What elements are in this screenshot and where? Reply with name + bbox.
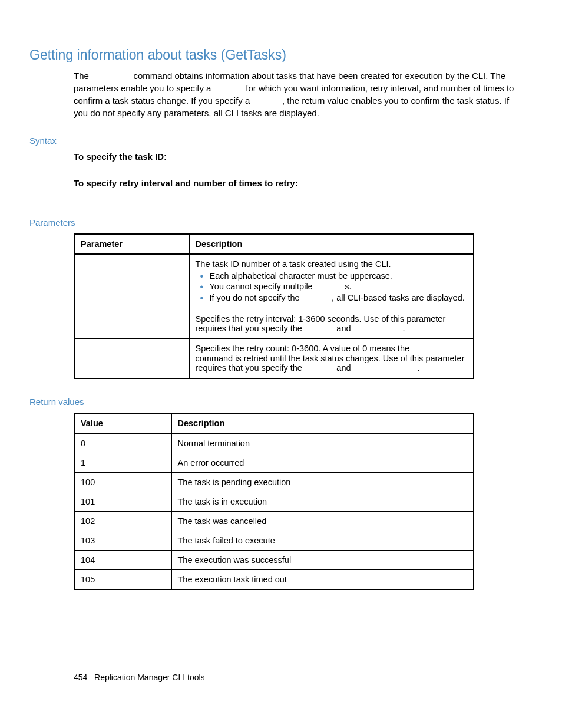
desc-cell: The execution was successful [171,550,474,569]
cmd-name: GetTasks [91,72,131,81]
mono-term: GetTasks [412,344,451,354]
return-values-heading: Return values [29,397,533,407]
value-cell: 0 [74,433,171,453]
col-parameter: Parameter [74,234,189,254]
desc-cell: Specifies the retry interval: 1-3600 sec… [189,309,474,338]
table-row: 103The task failed to execute [74,531,474,550]
desc-cell: An error occurred [171,453,474,472]
footer-title: Replication Manager CLI tools [94,673,205,682]
list-item: If you do not specify the taskid, all CL… [206,293,468,303]
table-row: 104The execution was successful [74,550,474,569]
parameters-table: Parameter Description The task ID number… [74,233,474,379]
param-cell [74,309,189,338]
col-value: Value [74,413,171,433]
desc-cell: The execution task timed out [171,569,474,589]
desc-cell: The task failed to execute [171,531,474,550]
page-number: 454 [74,673,87,682]
col-description: Description [189,234,474,254]
return-values-table: Value Description 0Normal termination 1A… [74,413,474,590]
syntax-sub-1: To specify the task ID: [74,151,533,162]
intro-paragraph: The GetTasks command obtains information… [74,70,521,119]
value-cell: 101 [74,492,171,511]
value-cell: 105 [74,569,171,589]
intro-text-1: The [74,71,91,81]
table-row: Specifies the retry interval: 1-3600 sec… [74,309,474,338]
page-content: Getting information about tasks (GetTask… [0,0,562,590]
parameters-heading: Parameters [29,218,533,228]
desc-cell: The task ID number of a task created usi… [189,254,474,309]
table-row: The task ID number of a task created usi… [74,254,474,309]
taskid-term-2: taskid [252,97,282,106]
mono-term: taskid [315,282,345,292]
bullet-text: You cannot specify multpile [210,282,315,291]
mono-term: taskid [302,294,332,303]
desc-text: and [334,324,353,333]
table-row: 100The task is pending execution [74,472,474,492]
bullet-text: , all CLI-based tasks are displayed. [332,293,465,302]
syntax-heading: Syntax [29,136,533,146]
syntax-sub-2: To specify retry interval and number of … [74,178,533,188]
mono-term: retryinterval [353,364,418,373]
list-item: You cannot specify multpile taskids. [206,282,468,292]
table-row: 102The task was cancelled [74,511,474,531]
col-description: Description [171,413,474,433]
param-cell [74,254,189,309]
mono-term: taskid [305,324,334,334]
mono-term: taskid [305,364,334,373]
value-cell: 1 [74,453,171,472]
desc-bullets: Each alphabetical character must be uppe… [196,271,468,303]
table-row: Specifies the retry count: 0-3600. A val… [74,338,474,378]
page-title: Getting information about tasks (GetTask… [29,47,533,63]
desc-cell: The task is pending execution [171,472,474,492]
desc-text: and [334,363,353,373]
desc-lead: The task ID number of a task created usi… [196,259,391,269]
table-row: 101The task is in execution [74,492,474,511]
mono-term: retrycount [353,324,403,334]
value-cell: 102 [74,511,171,531]
page-footer: 454 Replication Manager CLI tools [74,673,205,682]
value-cell: 100 [74,472,171,492]
list-item: Each alphabetical character must be uppe… [206,271,468,281]
desc-text: . [403,324,405,333]
bullet-text: If you do not specify the [210,293,302,302]
param-cell [74,338,189,378]
table-row: 0Normal termination [74,433,474,453]
value-cell: 104 [74,550,171,569]
bullet-text: Each alphabetical character must be uppe… [210,271,392,281]
desc-cell: Normal termination [171,433,474,453]
desc-cell: Specifies the retry count: 0-3600. A val… [189,338,474,378]
desc-cell: The task was cancelled [171,511,474,531]
desc-cell: The task is in execution [171,492,474,511]
table-row: 1An error occurred [74,453,474,472]
table-header-row: Parameter Description [74,234,474,254]
desc-text: Specifies the retry count: 0-3600. A val… [196,344,412,353]
value-cell: 103 [74,531,171,550]
table-header-row: Value Description [74,413,474,433]
desc-text: . [418,363,420,373]
table-row: 105The execution task timed out [74,569,474,589]
taskid-term: taskid [214,84,243,94]
bullet-text: s. [345,282,351,291]
